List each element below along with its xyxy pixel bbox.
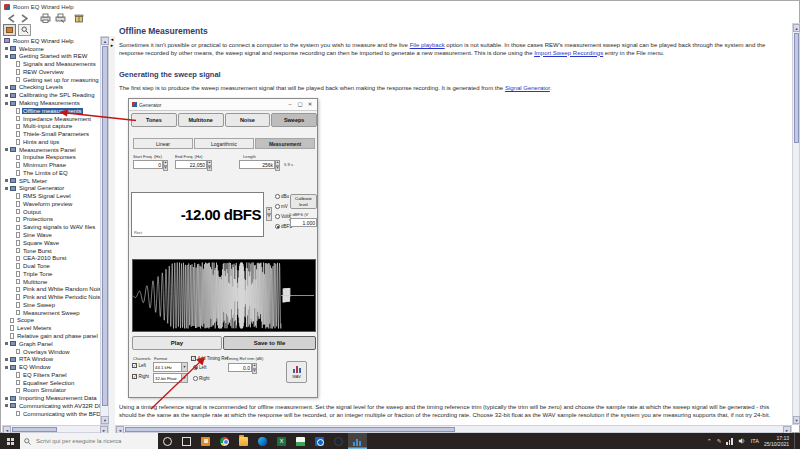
language-indicator[interactable]: ITA: [751, 438, 759, 444]
edge-icon[interactable]: [253, 433, 272, 449]
sidebar-item[interactable]: Impedance Measurement: [2, 115, 100, 123]
expander-icon[interactable]: [5, 86, 8, 89]
sidebar-item[interactable]: The Limits of EQ: [2, 169, 100, 177]
sidebar-item[interactable]: Communicating with AV32R DP or AV: [2, 402, 100, 410]
back-button[interactable]: [6, 12, 16, 24]
sidebar-item[interactable]: SPL Meter: [2, 177, 100, 185]
sidebar-item[interactable]: EQ Window: [2, 363, 100, 371]
dbfs-ref-field[interactable]: 1.000: [290, 218, 317, 227]
page-setup-button[interactable]: [54, 12, 66, 24]
print-button[interactable]: [39, 12, 51, 24]
tree-hscroll-thumb[interactable]: [12, 427, 57, 432]
green-doc-icon[interactable]: [291, 433, 310, 449]
search-input[interactable]: [34, 437, 149, 445]
forward-button[interactable]: [19, 12, 29, 24]
sidebar-item[interactable]: CEA-2010 Burst: [2, 254, 100, 262]
sidebar-item[interactable]: Sine Wave: [2, 231, 100, 239]
pen-icon[interactable]: ✎: [717, 438, 722, 444]
left-channel-checkbox[interactable]: ✓Left: [132, 363, 146, 368]
clock[interactable]: 17:13 25/10/2021: [764, 435, 789, 447]
rew-active-icon[interactable]: [348, 433, 367, 449]
taskbar-search[interactable]: [20, 433, 158, 449]
timing-ref-trim-field[interactable]: 0.0: [228, 363, 252, 372]
expander-icon[interactable]: [5, 102, 8, 105]
content-vscroll-thumb[interactable]: [794, 33, 799, 143]
sidebar-item[interactable]: Equaliser Selection: [2, 379, 100, 387]
sidebar-item[interactable]: Scope: [2, 317, 100, 325]
end-freq-spinner[interactable]: ▲▼: [207, 160, 212, 169]
start-freq-spinner[interactable]: ▲▼: [163, 160, 168, 169]
sidebar-item[interactable]: Minimum Phase: [2, 161, 100, 169]
bit-depth-dropdown[interactable]: 32-bit Float▼: [153, 373, 188, 383]
expander-icon[interactable]: [5, 342, 8, 345]
sidebar-item[interactable]: Sine Sweep: [2, 301, 100, 309]
start-button[interactable]: [0, 433, 20, 449]
sample-rate-dropdown[interactable]: 44.1 kHz▼: [153, 362, 188, 372]
minimize-icon[interactable]: –: [286, 99, 294, 110]
sidebar-item[interactable]: Signals and Measurements: [2, 60, 100, 68]
file-explorer-icon[interactable]: [234, 433, 253, 449]
expander-icon[interactable]: [5, 358, 8, 361]
expander-icon[interactable]: [5, 94, 8, 97]
expander-icon[interactable]: [5, 404, 8, 407]
timing-left-radio[interactable]: Left: [193, 365, 207, 370]
task-view-icon[interactable]: [177, 433, 196, 449]
file-playback-link[interactable]: File playback: [410, 42, 445, 48]
sidebar-item[interactable]: Graph Panel: [2, 340, 100, 348]
sidebar-item[interactable]: Getting set up for measuring: [2, 76, 100, 84]
show-desktop-button[interactable]: [794, 433, 797, 449]
scroll-up-button[interactable]: ▲: [101, 37, 109, 45]
sidebar-item[interactable]: Checking Levels: [2, 84, 100, 92]
sidebar-item[interactable]: Hints and tips: [2, 138, 100, 146]
search-tab[interactable]: [18, 24, 31, 36]
hidden-icons-chevron[interactable]: ⌃: [707, 438, 712, 444]
content-scroll-down[interactable]: ▼: [793, 416, 800, 424]
sidebar-item[interactable]: Measurements Panel: [2, 146, 100, 154]
save-wav-button[interactable]: WAV: [286, 361, 307, 383]
sidebar-item[interactable]: Offline measurements: [2, 107, 100, 115]
sidebar-item[interactable]: Thiele-Small Parameters: [2, 130, 100, 138]
sidebar-item[interactable]: Waveform preview: [2, 200, 100, 208]
dark-app-icon[interactable]: [329, 433, 348, 449]
tab-tones[interactable]: Tones: [131, 113, 177, 127]
sidebar-item[interactable]: Protections: [2, 216, 100, 224]
signal-generator-link[interactable]: Signal Generator: [505, 85, 550, 91]
level-spinner[interactable]: ▲▼: [266, 207, 272, 221]
length-spinner[interactable]: ▲▼: [275, 160, 280, 169]
sidebar-item[interactable]: Making Measurements: [2, 99, 100, 107]
right-channel-checkbox[interactable]: ✓Right: [132, 374, 149, 379]
timing-ref-trim-spinner[interactable]: ▲▼: [252, 363, 257, 372]
expander-icon[interactable]: [5, 179, 8, 182]
sidebar-item[interactable]: Calibrating the SPL Reading: [2, 91, 100, 99]
sidebar-item[interactable]: Relative gain and phase panel: [2, 332, 100, 340]
length-field[interactable]: 256k: [239, 160, 275, 169]
sidebar-item[interactable]: Multitone: [2, 278, 100, 286]
maximize-icon[interactable]: ▢: [296, 99, 304, 110]
subtab-linear[interactable]: Linear: [133, 138, 193, 149]
sidebar-item[interactable]: Output: [2, 208, 100, 216]
unit-mv-radio[interactable]: mV: [275, 204, 288, 209]
subtab-logarithmic[interactable]: Logarithmic: [194, 138, 254, 149]
start-freq-field[interactable]: 0: [133, 160, 163, 169]
sidebar-item[interactable]: Tone Burst: [2, 247, 100, 255]
excel-icon[interactable]: [272, 433, 291, 449]
sidebar-item[interactable]: Impulse Responses: [2, 153, 100, 161]
expander-icon[interactable]: [5, 148, 8, 151]
chrome-icon[interactable]: [215, 433, 234, 449]
expander-icon[interactable]: [5, 187, 8, 190]
tab-noise[interactable]: Noise: [225, 113, 271, 127]
sidebar-item[interactable]: Welcome: [2, 45, 100, 53]
subtab-measurement[interactable]: Measurement: [255, 138, 315, 149]
sidebar-item[interactable]: Dual Tone: [2, 262, 100, 270]
sidebar-item[interactable]: Getting Started with REW: [2, 53, 100, 61]
unit-dbu-radio[interactable]: dBu: [275, 194, 289, 199]
sidebar-item[interactable]: Communicating with the BFD Pro: [2, 410, 100, 418]
sidebar-item[interactable]: RTA Window: [2, 355, 100, 363]
volume-icon[interactable]: [738, 437, 746, 445]
expander-icon[interactable]: [5, 47, 8, 50]
home-button[interactable]: [73, 12, 85, 24]
sidebar-item[interactable]: Room Simulator: [2, 386, 100, 394]
sidebar-item[interactable]: EQ Filters Panel: [2, 371, 100, 379]
sidebar-item[interactable]: Square Wave: [2, 239, 100, 247]
tab-multitone[interactable]: Multitone: [178, 113, 224, 127]
